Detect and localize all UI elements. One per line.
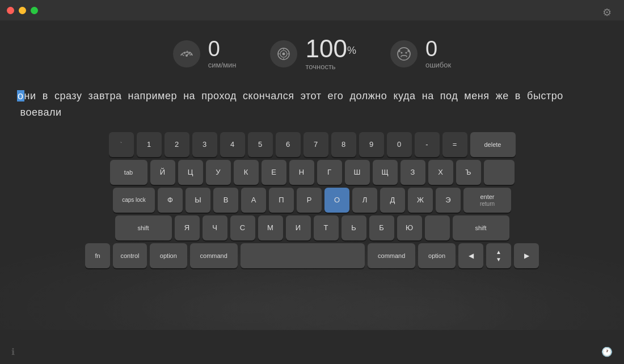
key-command-right[interactable]: command — [368, 243, 415, 268]
key-backslash[interactable] — [484, 160, 515, 185]
key-delete[interactable]: delete — [470, 132, 516, 157]
svg-point-3 — [283, 52, 285, 55]
key-й[interactable]: Й — [150, 160, 175, 185]
key-fn[interactable]: fn — [85, 243, 110, 268]
key-0[interactable]: 0 — [387, 132, 412, 157]
keyboard-row-5: fn control option command command option… — [85, 243, 539, 268]
key-о[interactable]: О — [324, 188, 349, 213]
key-option-right[interactable]: option — [418, 243, 456, 268]
keyboard-row-2: tab Й Ц У К Е Н Г Ш Щ З Х Ъ — [85, 160, 539, 185]
key-а[interactable]: А — [241, 188, 266, 213]
close-button[interactable] — [7, 7, 14, 14]
key-control[interactable]: control — [113, 243, 147, 268]
key-3[interactable]: 3 — [192, 132, 217, 157]
key-ц[interactable]: Ц — [178, 160, 203, 185]
key-р[interactable]: Р — [297, 188, 322, 213]
key-л[interactable]: Л — [352, 188, 377, 213]
keyboard-row-4: shift Я Ч С М И Т Ь Б Ю shift — [85, 215, 539, 240]
key-ш[interactable]: Ш — [345, 160, 370, 185]
svg-point-4 — [398, 48, 410, 60]
key-ь[interactable]: Ь — [341, 215, 366, 240]
accuracy-number-row: 100% — [305, 36, 356, 61]
accuracy-value: 100 — [305, 35, 347, 62]
key-е[interactable]: Е — [262, 160, 286, 185]
key-ю[interactable]: Ю — [397, 215, 422, 240]
key-н[interactable]: Н — [289, 160, 314, 185]
svg-point-5 — [400, 52, 402, 53]
key-command-left[interactable]: command — [190, 243, 238, 268]
clock-icon[interactable]: 🕐 — [601, 346, 613, 357]
key-х[interactable]: Х — [428, 160, 453, 185]
errors-value-group: 0 ошибок — [425, 38, 451, 69]
key-э[interactable]: Э — [436, 188, 461, 213]
key-д[interactable]: Д — [380, 188, 405, 213]
cursor-char: о — [17, 90, 24, 101]
key-8[interactable]: 8 — [331, 132, 356, 157]
keyboard-row-3: caps lock Ф Ы В А П Р О Л Д Ж Э enter re… — [85, 188, 539, 213]
minimize-button[interactable] — [19, 7, 26, 14]
info-icon[interactable]: ℹ — [11, 346, 15, 357]
key-ж[interactable]: Ж — [408, 188, 433, 213]
speed-value-group: 0 сим/мин — [208, 38, 237, 69]
key-period[interactable] — [425, 215, 450, 240]
key-9[interactable]: 9 — [359, 132, 384, 157]
key-equals[interactable]: = — [442, 132, 467, 157]
key-arrow-updown[interactable]: ▲ ▼ — [486, 243, 511, 268]
typing-area: они в сразу завтра например на проход ск… — [17, 88, 607, 121]
key-з[interactable]: З — [400, 160, 425, 185]
key-к[interactable]: К — [234, 160, 259, 185]
errors-unit: ошибок — [425, 61, 451, 69]
key-6[interactable]: 6 — [276, 132, 301, 157]
key-п[interactable]: П — [269, 188, 294, 213]
accuracy-stat: 100% точность — [270, 36, 356, 71]
key-т[interactable]: Т — [314, 215, 339, 240]
key-ч[interactable]: Ч — [203, 215, 227, 240]
key-ы[interactable]: Ы — [185, 188, 210, 213]
key-option-left[interactable]: option — [150, 243, 187, 268]
key-г[interactable]: Г — [317, 160, 342, 185]
key-2[interactable]: 2 — [165, 132, 189, 157]
accuracy-suffix: % — [347, 45, 356, 56]
settings-button[interactable]: ⚙ — [599, 5, 615, 20]
errors-stat: 0 ошибок — [390, 38, 451, 69]
speed-icon — [173, 40, 200, 67]
speed-value: 0 — [208, 38, 220, 60]
key-enter[interactable]: enter return — [463, 188, 511, 213]
accuracy-value-group: 100% точность — [305, 36, 356, 71]
keyboard: ` 1 2 3 4 5 6 7 8 9 0 - = delete tab Й Ц… — [85, 132, 539, 268]
key-4[interactable]: 4 — [220, 132, 245, 157]
key-shift-left[interactable]: shift — [115, 215, 172, 240]
key-shift-right[interactable]: shift — [453, 215, 509, 240]
key-5[interactable]: 5 — [248, 132, 273, 157]
key-backtick[interactable]: ` — [109, 132, 134, 157]
maximize-button[interactable] — [31, 7, 38, 14]
key-в[interactable]: В — [213, 188, 238, 213]
accuracy-icon — [270, 40, 297, 67]
key-у[interactable]: У — [206, 160, 231, 185]
key-minus[interactable]: - — [415, 132, 440, 157]
key-ъ[interactable]: Ъ — [456, 160, 481, 185]
key-caps-lock[interactable]: caps lock — [113, 188, 155, 213]
key-щ[interactable]: Щ — [373, 160, 398, 185]
key-и[interactable]: И — [286, 215, 311, 240]
key-tab[interactable]: tab — [110, 160, 147, 185]
key-б[interactable]: Б — [369, 215, 394, 240]
errors-value: 0 — [425, 38, 437, 60]
key-arrow-left[interactable]: ◀ — [458, 243, 483, 268]
errors-icon — [390, 40, 418, 67]
key-space[interactable] — [241, 243, 365, 268]
key-с[interactable]: С — [230, 215, 255, 240]
key-arrow-right[interactable]: ▶ — [514, 243, 539, 268]
key-я[interactable]: Я — [175, 215, 200, 240]
stats-row: 0 сим/мин 100% точность — [0, 36, 624, 71]
speed-stat: 0 сим/мин — [173, 38, 237, 69]
title-bar: ⚙ — [0, 0, 624, 20]
traffic-lights — [7, 7, 38, 14]
keyboard-row-1: ` 1 2 3 4 5 6 7 8 9 0 - = delete — [85, 132, 539, 157]
key-м[interactable]: М — [258, 215, 283, 240]
key-1[interactable]: 1 — [137, 132, 162, 157]
key-7[interactable]: 7 — [303, 132, 328, 157]
accuracy-unit: точность — [305, 62, 335, 71]
key-ф[interactable]: Ф — [158, 188, 183, 213]
speed-unit: сим/мин — [208, 61, 237, 69]
